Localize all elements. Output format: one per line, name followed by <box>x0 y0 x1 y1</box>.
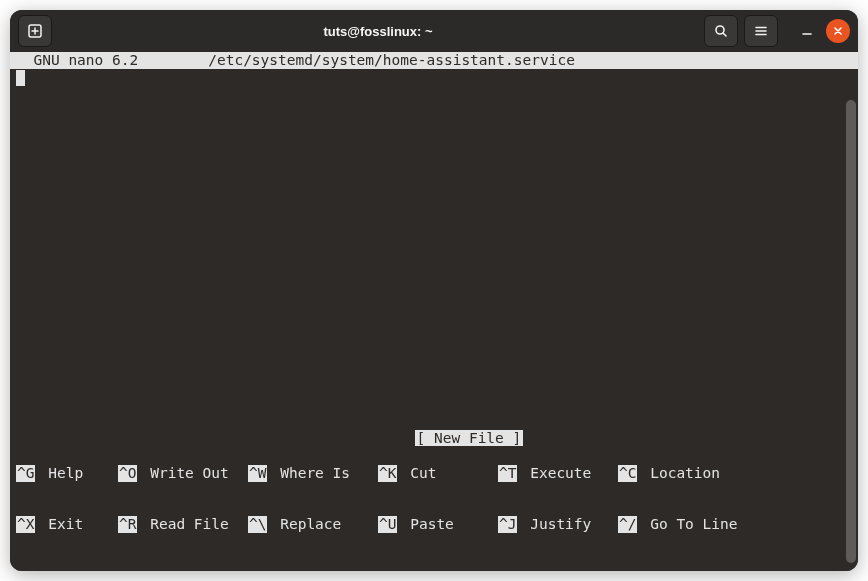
shortcut-label: Cut <box>397 465 436 482</box>
titlebar-right <box>704 15 850 47</box>
shortcut-key: ^C <box>618 465 637 482</box>
shortcut-item: ^R Read File <box>118 516 248 533</box>
hamburger-icon <box>754 24 768 38</box>
nano-status-line: [ New File ] <box>10 413 858 430</box>
shortcut-label: Execute <box>517 465 591 482</box>
terminal-body[interactable]: GNU nano 6.2 /etc/systemd/system/home-as… <box>10 52 858 571</box>
window-frame: tuts@fosslinux: ~ <box>10 10 858 571</box>
shortcut-item: ^C Location <box>618 465 738 482</box>
new-tab-icon <box>28 24 42 38</box>
shortcut-label: Go To Line <box>637 516 737 533</box>
nano-editor-area[interactable] <box>10 69 858 413</box>
shortcut-item: ^G Help <box>16 465 118 482</box>
window-title: tuts@fosslinux: ~ <box>58 24 698 39</box>
shortcut-row: ^G Help^O Write Out^W Where Is^K Cut^T E… <box>16 465 852 482</box>
nano-shortcuts: ^G Help^O Write Out^W Where Is^K Cut^T E… <box>10 430 858 571</box>
scrollbar-thumb[interactable] <box>846 100 856 563</box>
text-cursor <box>16 70 25 86</box>
shortcut-item: ^U Paste <box>378 516 498 533</box>
shortcut-row: ^X Exit^R Read File^\ Replace^U Paste^J … <box>16 516 852 533</box>
shortcut-item: ^/ Go To Line <box>618 516 738 533</box>
new-tab-button[interactable] <box>18 15 52 47</box>
shortcut-key: ^T <box>498 465 517 482</box>
shortcut-item: ^J Justify <box>498 516 618 533</box>
search-button[interactable] <box>704 15 738 47</box>
menu-button[interactable] <box>744 15 778 47</box>
shortcut-label: Help <box>35 465 83 482</box>
scrollbar[interactable] <box>846 100 856 563</box>
shortcut-key: ^U <box>378 516 397 533</box>
titlebar-left <box>18 15 52 47</box>
minimize-button[interactable] <box>794 18 820 44</box>
shortcut-label: Where Is <box>267 465 350 482</box>
shortcut-key: ^K <box>378 465 397 482</box>
shortcut-item: ^\ Replace <box>248 516 378 533</box>
shortcut-label: Replace <box>267 516 341 533</box>
nano-filepath: /etc/systemd/system/home-assistant.servi… <box>138 52 852 69</box>
shortcut-key: ^R <box>118 516 137 533</box>
shortcut-label: Paste <box>397 516 453 533</box>
shortcut-label: Exit <box>35 516 83 533</box>
shortcut-item: ^O Write Out <box>118 465 248 482</box>
shortcut-key: ^W <box>248 465 267 482</box>
shortcut-key: ^J <box>498 516 517 533</box>
nano-app-label: GNU nano 6.2 <box>16 52 138 69</box>
shortcut-key: ^\ <box>248 516 267 533</box>
minimize-icon <box>801 25 813 37</box>
nano-header: GNU nano 6.2 /etc/systemd/system/home-as… <box>10 52 858 69</box>
shortcut-key: ^G <box>16 465 35 482</box>
shortcut-label: Write Out <box>137 465 228 482</box>
shortcut-item: ^T Execute <box>498 465 618 482</box>
shortcut-item: ^X Exit <box>16 516 118 533</box>
shortcut-item: ^W Where Is <box>248 465 378 482</box>
shortcut-key: ^/ <box>618 516 637 533</box>
close-button[interactable] <box>826 19 850 43</box>
shortcut-label: Justify <box>517 516 591 533</box>
terminal-window: tuts@fosslinux: ~ <box>0 0 868 581</box>
shortcut-label: Location <box>637 465 720 482</box>
close-icon <box>833 26 843 36</box>
shortcut-item: ^K Cut <box>378 465 498 482</box>
search-icon <box>714 24 728 38</box>
titlebar: tuts@fosslinux: ~ <box>10 10 858 52</box>
shortcut-key: ^X <box>16 516 35 533</box>
shortcut-label: Read File <box>137 516 228 533</box>
shortcut-key: ^O <box>118 465 137 482</box>
